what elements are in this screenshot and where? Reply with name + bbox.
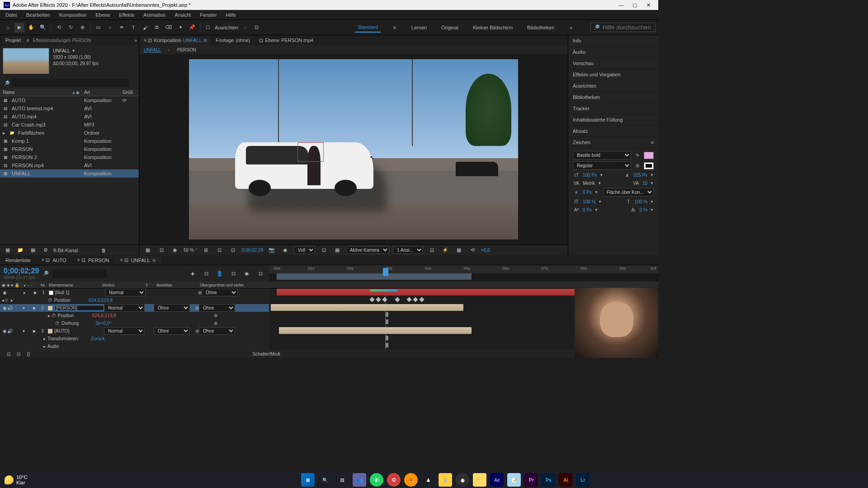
property-row[interactable]: ▸ ⏱ Position 624,8,519,8 ⊚ xyxy=(0,312,269,319)
exposure[interactable]: +0,0 xyxy=(481,248,490,253)
minimize-icon[interactable]: — xyxy=(618,2,624,8)
keyframe-icon[interactable] xyxy=(376,297,381,302)
panel-info[interactable]: Info xyxy=(568,35,658,47)
layer-row[interactable]: ◉ ▸■ 1 [Null 1] Normal ⊚ Ohne xyxy=(0,289,269,296)
draft3d-icon[interactable]: ⊡ xyxy=(201,268,211,278)
rect-tool-icon[interactable]: ▭ xyxy=(93,23,103,33)
property-row[interactable]: ▸ Transformieren Zurück xyxy=(0,335,269,343)
visibility-icon[interactable]: ◉ xyxy=(2,328,7,333)
workspace-original[interactable]: Original xyxy=(439,23,461,32)
property-row[interactable]: ⏱ Drehung 0x+0,0° ⊚ xyxy=(0,319,269,327)
blend-mode-dropdown[interactable]: Normal xyxy=(104,304,145,312)
tab-komposition[interactable]: × ⊡ Komposition UNFALL ≡ xyxy=(139,37,211,44)
toggle-brackets-icon[interactable]: {} xyxy=(24,349,33,359)
menu-animation[interactable]: Animation xyxy=(140,11,169,19)
menu-fenster[interactable]: Fenster xyxy=(196,11,220,19)
tab-person[interactable]: × ⊡ PERSON xyxy=(71,256,114,264)
col-name[interactable]: Name xyxy=(3,90,15,95)
layer-color-chip[interactable] xyxy=(48,306,52,310)
fast-preview-icon[interactable]: ⚡ xyxy=(440,245,450,255)
pickwhip-icon[interactable]: ⊚ xyxy=(198,290,202,295)
keyframe-icon[interactable] xyxy=(369,297,374,302)
parent-dropdown[interactable]: Ohne xyxy=(202,289,238,296)
new-folder-icon[interactable]: 📁 xyxy=(15,245,25,255)
toggle-modes-icon[interactable]: ⊡ xyxy=(14,349,24,359)
selection-tool-icon[interactable]: ▶ xyxy=(14,23,24,33)
tab-footage[interactable]: Footage (ohne) xyxy=(211,37,255,44)
keyframe-icon[interactable] xyxy=(386,312,388,317)
stopwatch-icon[interactable]: ⏱ xyxy=(48,298,52,303)
time-ruler[interactable]: :00s 01s 02s 03s 04s 05s 06s 07s 08s 29s… xyxy=(269,265,658,273)
eyedropper-icon[interactable]: ✎ xyxy=(634,152,641,159)
menu-ansicht[interactable]: Ansicht xyxy=(171,11,194,19)
kerning-value[interactable]: Metrik xyxy=(583,181,595,186)
blend-mode-dropdown[interactable]: Normal xyxy=(105,289,146,296)
trash-icon[interactable]: 🗑 xyxy=(99,245,108,255)
brush-tool-icon[interactable]: 🖌 xyxy=(140,23,150,33)
keyframe-icon[interactable] xyxy=(386,343,388,347)
visibility-icon[interactable]: ◉ xyxy=(2,305,7,310)
layer-row[interactable]: ◉🔊 ▾■ 3 [AUTO] Normal Ohne ⊚ Ohne xyxy=(0,327,269,335)
ws-menu-icon[interactable]: ≡ xyxy=(390,23,400,33)
mask-icon[interactable]: ◉ xyxy=(170,245,180,255)
menu-ebene[interactable]: Ebene xyxy=(92,11,113,19)
new-comp-icon[interactable]: ▦ xyxy=(28,245,38,255)
grid-icon[interactable]: ⊡ xyxy=(215,245,225,255)
comp-mini-flowchart-icon[interactable]: ◈ xyxy=(188,268,198,278)
tab-ebene[interactable]: ⊡ Ebene PERSON.mp4 xyxy=(255,37,318,44)
audio-icon[interactable]: 🔊 xyxy=(7,328,13,333)
menu-hilfe[interactable]: Hilfe xyxy=(222,11,240,19)
project-item[interactable]: ▦Komp 1Komposition xyxy=(0,137,139,145)
panel-vorschau[interactable]: Vorschau xyxy=(568,58,658,69)
snapshot-icon[interactable]: 📷 xyxy=(267,245,277,255)
selection-rect[interactable] xyxy=(297,142,324,162)
project-settings-icon[interactable]: ⚙ xyxy=(41,245,51,255)
pickwhip-icon[interactable]: ⊚ xyxy=(195,328,199,333)
workspace-bibliotheken[interactable]: Bibliotheken xyxy=(524,23,557,32)
pickwhip-icon[interactable]: ⊚ xyxy=(214,321,217,326)
tab-auto[interactable]: × ⊡ AUTO xyxy=(36,256,72,264)
zoom-dropdown[interactable]: 50 % ˅ xyxy=(184,248,198,253)
alpha-icon[interactable]: ▦ xyxy=(143,245,153,255)
snap-opt-icon[interactable]: ⟋ xyxy=(240,23,250,33)
keyframe-icon[interactable] xyxy=(382,297,387,302)
fill-color-swatch[interactable] xyxy=(644,152,654,159)
interpret-footage-icon[interactable]: ▦ xyxy=(3,245,13,255)
flowchart-icon[interactable]: ⟲ xyxy=(467,245,477,255)
channel-icon[interactable]: ⊡ xyxy=(156,245,166,255)
project-item[interactable]: ▦PERSONKomposition xyxy=(0,145,139,153)
menu-komposition[interactable]: Komposition xyxy=(56,11,90,19)
text-tool-icon[interactable]: T xyxy=(128,23,138,33)
graph-editor-icon[interactable]: ⊡ xyxy=(255,268,265,278)
project-item[interactable]: ▤AUTO bremst.mp4AVI xyxy=(0,104,139,113)
timeline-search-input[interactable] xyxy=(52,269,107,278)
tab-effekteinstellungen[interactable]: Effekteinstellungen PERSON xyxy=(29,37,95,44)
no-stroke-icon[interactable]: ⊘ xyxy=(634,163,641,169)
rotate-tool-icon[interactable]: ↻ xyxy=(66,23,75,33)
panel-inhaltsbasierte[interactable]: Inhaltsbasierte Füllung xyxy=(568,114,658,126)
workspace-lernen[interactable]: Lernen xyxy=(409,23,429,32)
project-item[interactable]: ▤AUTO.mp4AVI xyxy=(0,113,139,121)
pickwhip-icon[interactable]: ⊚ xyxy=(195,305,199,310)
zoom-tool-icon[interactable]: 🔍 xyxy=(38,23,48,33)
clone-tool-icon[interactable]: ⧉ xyxy=(152,23,162,33)
comp-thumbnail[interactable] xyxy=(3,48,49,74)
col-art[interactable]: Art xyxy=(84,90,123,95)
panel-zeichen[interactable]: Zeichen≡ xyxy=(568,137,658,148)
snap-checkbox-icon[interactable]: ☐ xyxy=(203,23,213,33)
menu-datei[interactable]: Datei xyxy=(2,11,21,19)
pickwhip-icon[interactable]: ⊚ xyxy=(214,313,217,318)
stroke-mode-dropdown[interactable]: Fläche über Kon... xyxy=(603,188,654,197)
project-item[interactable]: ▦PERSON 2Komposition xyxy=(0,153,139,161)
flowchart-person[interactable]: PERSON xyxy=(177,47,196,52)
vscale-value[interactable]: 100 % xyxy=(583,199,595,204)
keyframe-icon[interactable] xyxy=(386,319,388,324)
pin-tool-icon[interactable]: 📌 xyxy=(187,23,197,33)
font-size-value[interactable]: 100 Px xyxy=(583,173,597,178)
close-icon[interactable]: ✕ xyxy=(646,2,651,8)
menu-bearbeiten[interactable]: Bearbeiten xyxy=(23,11,54,19)
font-family-dropdown[interactable]: Bastile bold xyxy=(573,151,631,160)
panel-bibliotheken[interactable]: Bibliotheken xyxy=(568,92,658,103)
anchor-tool-icon[interactable]: ⊕ xyxy=(77,23,87,33)
home-icon[interactable]: ⌂ xyxy=(3,23,13,33)
